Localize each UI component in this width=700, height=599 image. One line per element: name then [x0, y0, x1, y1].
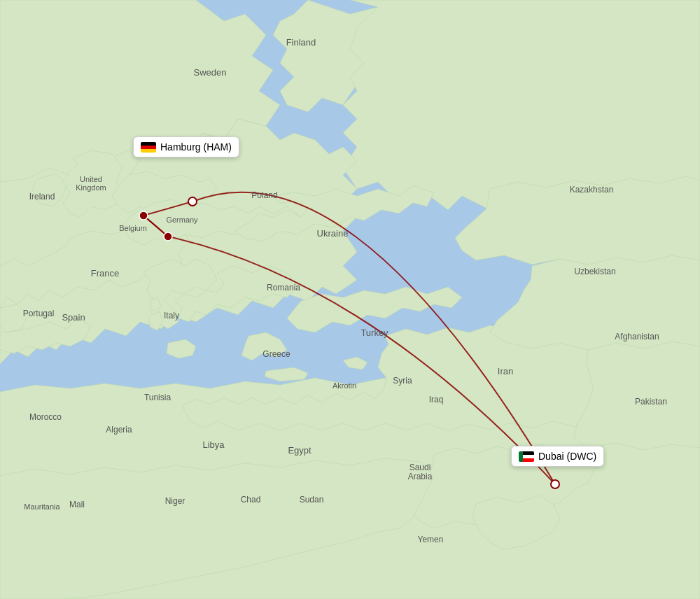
- svg-point-3: [164, 232, 172, 241]
- svg-point-1: [188, 197, 197, 206]
- svg-text:Algeria: Algeria: [106, 425, 132, 435]
- svg-text:Germany: Germany: [166, 216, 198, 224]
- svg-text:Portugal: Portugal: [23, 309, 55, 318]
- svg-text:Iraq: Iraq: [429, 395, 444, 404]
- svg-text:Morocco: Morocco: [29, 412, 62, 422]
- svg-text:Chad: Chad: [241, 495, 261, 505]
- svg-text:Mali: Mali: [69, 500, 85, 509]
- svg-text:Tunisia: Tunisia: [144, 393, 172, 402]
- svg-text:Poland: Poland: [251, 190, 277, 200]
- svg-point-4: [551, 480, 559, 488]
- svg-text:Afghanistan: Afghanistan: [615, 332, 659, 341]
- svg-text:Yemen: Yemen: [418, 535, 444, 544]
- svg-text:Ireland: Ireland: [29, 192, 55, 202]
- svg-text:Belgium: Belgium: [119, 224, 147, 232]
- svg-text:United: United: [80, 175, 102, 183]
- svg-text:Ukraine: Ukraine: [317, 228, 349, 239]
- svg-text:Greece: Greece: [262, 349, 290, 359]
- svg-text:Niger: Niger: [165, 496, 186, 506]
- svg-text:Egypt: Egypt: [288, 445, 312, 456]
- map-svg: Ireland United Kingdom Belgium Germany F…: [0, 0, 700, 599]
- svg-text:Syria: Syria: [393, 376, 412, 386]
- svg-text:Sudan: Sudan: [300, 495, 324, 505]
- svg-text:Libya: Libya: [202, 439, 225, 450]
- svg-text:Italy: Italy: [164, 311, 179, 320]
- svg-text:Finland: Finland: [286, 37, 316, 48]
- svg-text:Kingdom: Kingdom: [76, 183, 106, 192]
- svg-text:Turkey: Turkey: [360, 327, 388, 338]
- svg-text:Kazakhstan: Kazakhstan: [570, 185, 614, 195]
- svg-text:Spain: Spain: [62, 312, 85, 323]
- svg-text:Akrotiri: Akrotiri: [332, 381, 356, 390]
- svg-text:Arabia: Arabia: [408, 472, 433, 481]
- svg-text:Uzbekistan: Uzbekistan: [574, 267, 615, 276]
- svg-text:Romania: Romania: [267, 283, 300, 293]
- map-container: Ireland United Kingdom Belgium Germany F…: [0, 0, 700, 599]
- svg-text:Mauritania: Mauritania: [24, 502, 60, 511]
- svg-text:Pakistan: Pakistan: [635, 397, 667, 407]
- svg-text:France: France: [91, 268, 119, 279]
- svg-text:Iran: Iran: [498, 366, 513, 376]
- svg-text:Saudi: Saudi: [410, 463, 431, 472]
- svg-point-2: [139, 211, 148, 220]
- svg-text:Sweden: Sweden: [194, 67, 227, 78]
